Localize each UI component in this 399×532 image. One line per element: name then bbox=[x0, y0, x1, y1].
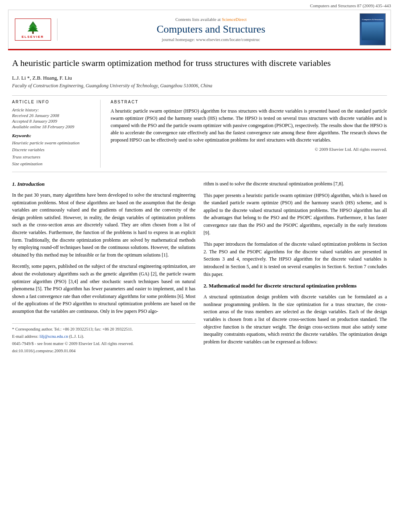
abstract-column: ABSTRACT A heuristic particle swarm opti… bbox=[109, 100, 387, 168]
intro-paragraph-1: In the past 30 years, many algorithms ha… bbox=[12, 191, 195, 259]
footnote-star: * Corresponding author. Tel.: +86 20 393… bbox=[12, 326, 195, 333]
right-para-1: rithm is used to solve the discrete stru… bbox=[204, 180, 387, 188]
received-date: Received 26 January 2008 bbox=[12, 113, 94, 118]
elsevier-logo-area: ELSEVIER bbox=[13, 18, 58, 41]
journal-cover-thumbnail: Computers & Structures bbox=[360, 13, 386, 45]
homepage-text: journal homepage: www.elsevier.com/locat… bbox=[162, 37, 260, 42]
abstract-heading: ABSTRACT bbox=[111, 100, 387, 104]
copyright-line: © 2009 Elsevier Ltd. All rights reserved… bbox=[111, 147, 387, 152]
footnote-email: E-mail address: lilj@scnu.edu.cn (L.J. L… bbox=[12, 333, 195, 340]
abstract-text: A heuristic particle swarm optimizer (HP… bbox=[111, 107, 387, 144]
authors: L.J. Li *, Z.B. Huang, F. Liu bbox=[12, 75, 387, 81]
footnote-issn: 0045-7949/$ - see front matter © 2009 El… bbox=[12, 341, 195, 347]
footnote-doi: doi:10.1016/j.compstruc.2009.01.004 bbox=[12, 348, 195, 354]
footnote-area: * Corresponding author. Tel.: +86 20 393… bbox=[12, 323, 195, 355]
sciencedirect-link[interactable]: ScienceDirect bbox=[222, 17, 247, 22]
keyword-2: Discrete variables bbox=[12, 146, 94, 154]
keywords-list: Heuristic particle swarm optimization Di… bbox=[12, 140, 94, 168]
affiliation: Faculty of Construction Engineering, Gua… bbox=[12, 83, 387, 89]
section1-heading: 1. Introduction bbox=[12, 180, 195, 188]
elsevier-logo-box: ELSEVIER bbox=[15, 18, 51, 41]
article-title: A heuristic particle swarm optimization … bbox=[12, 58, 387, 69]
contents-label: Contents lists available at bbox=[175, 17, 221, 22]
email-label: E-mail address: bbox=[12, 334, 39, 339]
elsevier-inner: ELSEVIER bbox=[17, 21, 49, 39]
keyword-4: Size optimization bbox=[12, 160, 94, 168]
elsevier-tree-icon bbox=[23, 21, 43, 34]
accepted-date: Accepted 8 January 2009 bbox=[12, 119, 94, 123]
available-date: Available online 18 February 2009 bbox=[12, 124, 94, 129]
journal-center: Contents lists available at ScienceDirec… bbox=[62, 17, 360, 42]
article-info-column: ARTICLE INFO Article history: Received 2… bbox=[12, 100, 101, 168]
journal-header: ELSEVIER Contents lists available at Sci… bbox=[8, 10, 391, 49]
article-info-heading: ARTICLE INFO bbox=[12, 100, 94, 104]
intro-paragraph-2: Recently, some papers, published on the … bbox=[12, 263, 195, 315]
journal-homepage: journal homepage: www.elsevier.com/locat… bbox=[62, 37, 360, 42]
right-para-2: This paper presents a heuristic particle… bbox=[204, 192, 387, 237]
section2-heading: 2. Mathematical model for discrete struc… bbox=[204, 282, 387, 290]
article-history: Article history: Received 26 January 200… bbox=[12, 107, 94, 129]
body-columns: 1. Introduction In the past 30 years, ma… bbox=[12, 180, 387, 355]
body-right-column: rithm is used to solve the discrete stru… bbox=[204, 180, 387, 355]
body-left-column: 1. Introduction In the past 30 years, ma… bbox=[12, 180, 195, 355]
history-label: Article history: bbox=[12, 107, 94, 112]
sciencedirect-line: Contents lists available at ScienceDirec… bbox=[62, 17, 360, 22]
email-name: (L.J. Li). bbox=[69, 334, 84, 339]
cover-thumb-title: Computers & Structures bbox=[362, 18, 383, 21]
keyword-3: Truss structures bbox=[12, 154, 94, 161]
section2-para-1: A structural optimization design problem… bbox=[204, 293, 387, 345]
email-link[interactable]: lilj@scnu.edu.cn bbox=[39, 334, 68, 339]
right-para-3: This paper introduces the formulation of… bbox=[204, 240, 387, 278]
cover-thumb-image bbox=[362, 22, 384, 40]
elsevier-wordmark: ELSEVIER bbox=[22, 35, 44, 39]
journal-meta: Computers and Structures 87 (2009) 435–4… bbox=[8, 3, 391, 8]
main-content: A heuristic particle swarm optimization … bbox=[0, 50, 399, 364]
keywords-label: Keywords: bbox=[12, 133, 94, 138]
journal-title: Computers and Structures bbox=[62, 23, 360, 35]
keyword-1: Heuristic particle swarm optimization bbox=[12, 140, 94, 147]
info-section: ARTICLE INFO Article history: Received 2… bbox=[12, 95, 387, 172]
